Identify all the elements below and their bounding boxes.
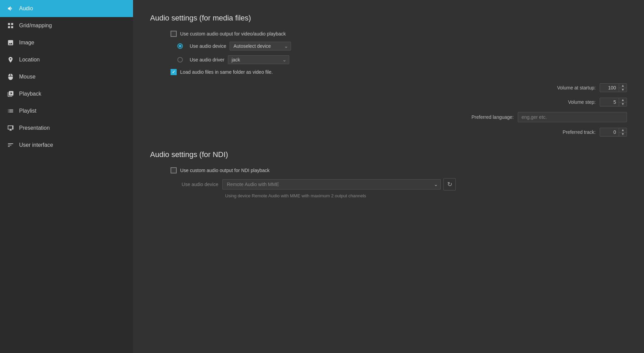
sidebar-label-playlist: Playlist [19,108,36,114]
volume-startup-input[interactable] [600,84,619,92]
volume-startup-label: Volume at startup: [527,85,596,90]
sidebar-item-grid-mapping[interactable]: Grid/mapping [0,17,133,34]
sidebar-label-grid: Grid/mapping [19,23,52,29]
volume-startup-spinbox: ▲ ▼ [600,83,627,92]
audio-driver-row: Use audio driver jack [150,55,627,64]
sidebar-label-location: Location [19,57,40,63]
sidebar-item-playback[interactable]: Playback [0,85,133,102]
preferred-track-row: Preferred track: ▲ ▼ [150,128,627,137]
audio-device-dropdown-wrapper: Autoselect device [230,42,291,51]
volume-step-input[interactable] [600,98,619,106]
section1-title: Audio settings (for media files) [150,14,627,23]
ndi-custom-audio-label: Use custom audio output for NDI playback [180,168,269,173]
audio-driver-radio[interactable] [177,57,183,62]
ndi-device-label: Use audio device [171,182,218,187]
preferred-language-label: Preferred language: [445,114,514,120]
sidebar-item-audio[interactable]: Audio [0,0,133,17]
sidebar-label-user-interface: User interface [19,142,53,148]
volume-step-row: Volume step: ▲ ▼ [150,98,627,107]
volume-step-up[interactable]: ▲ [619,98,627,102]
sidebar: Audio Grid/mapping Image Location [0,0,133,353]
location-icon [7,56,14,63]
playback-icon [7,90,14,98]
sidebar-item-playlist[interactable]: Playlist [0,102,133,119]
sidebar-label-image: Image [19,40,34,46]
preferred-language-input[interactable] [518,112,627,122]
user-interface-icon [7,141,14,149]
preferred-language-row: Preferred language: [150,112,627,122]
section2-title: Audio settings (for NDI) [150,150,627,159]
preferred-track-buttons: ▲ ▼ [619,128,627,136]
playlist-icon [7,107,14,115]
audio-device-dropdown[interactable]: Autoselect device [230,42,291,51]
volume-startup-up[interactable]: ▲ [619,84,627,88]
audio-device-row: Use audio device Autoselect device [150,42,627,51]
audio-driver-dropdown-wrapper: jack [228,55,289,64]
volume-startup-down[interactable]: ▼ [619,88,627,92]
audio-icon [7,5,14,12]
ndi-info-text: Using device Remote Audio with MME with … [150,193,627,198]
ndi-refresh-button[interactable]: ↻ [443,178,456,190]
sidebar-label-playback: Playback [19,91,41,97]
presentation-icon [7,124,14,132]
ndi-device-row: Use audio device Remote Audio with MME ⌄… [150,178,627,190]
volume-step-spinbox: ▲ ▼ [600,98,627,107]
sidebar-item-mouse[interactable]: Mouse [0,68,133,85]
mouse-icon [7,73,14,81]
audio-media-settings-block: Audio settings (for media files) Use cus… [150,14,627,137]
load-audio-files-row: Load audio files in same folder as video… [150,69,627,75]
audio-driver-dropdown[interactable]: jack [228,55,289,64]
audio-device-label: Use audio device [190,43,226,49]
ndi-device-dropdown-wrapper: Remote Audio with MME ⌄ [222,179,441,189]
ndi-custom-audio-checkbox[interactable] [171,167,177,173]
ndi-custom-audio-row: Use custom audio output for NDI playback [150,167,627,173]
custom-audio-row: Use custom audio output for video/audio … [150,31,627,37]
custom-audio-checkbox[interactable] [171,31,177,37]
sidebar-label-presentation: Presentation [19,125,50,131]
preferred-track-spinbox: ▲ ▼ [600,128,627,137]
volume-startup-buttons: ▲ ▼ [619,84,627,92]
volume-step-down[interactable]: ▼ [619,102,627,107]
preferred-track-input[interactable] [600,128,619,136]
custom-audio-label: Use custom audio output for video/audio … [180,31,286,37]
main-content: Audio settings (for media files) Use cus… [133,0,644,353]
load-audio-files-checkbox[interactable] [171,69,177,75]
preferred-track-label: Preferred track: [527,129,596,135]
sidebar-item-image[interactable]: Image [0,34,133,51]
sidebar-item-user-interface[interactable]: User interface [0,137,133,154]
audio-driver-label: Use audio driver [190,57,224,62]
preferred-track-down[interactable]: ▼ [619,132,627,137]
grid-icon [7,22,14,29]
volume-step-buttons: ▲ ▼ [619,98,627,106]
audio-device-radio[interactable] [177,43,183,49]
audio-ndi-settings-block: Audio settings (for NDI) Use custom audi… [150,150,627,198]
volume-step-label: Volume step: [527,99,596,105]
sidebar-item-presentation[interactable]: Presentation [0,119,133,137]
preferred-track-up[interactable]: ▲ [619,128,627,132]
load-audio-files-label: Load audio files in same folder as video… [180,69,273,75]
sidebar-label-mouse: Mouse [19,74,35,80]
volume-startup-row: Volume at startup: ▲ ▼ [150,83,627,92]
ndi-device-dropdown[interactable]: Remote Audio with MME [222,179,441,189]
sidebar-label-audio: Audio [19,5,33,12]
image-icon [7,39,14,46]
sidebar-item-location[interactable]: Location [0,51,133,68]
